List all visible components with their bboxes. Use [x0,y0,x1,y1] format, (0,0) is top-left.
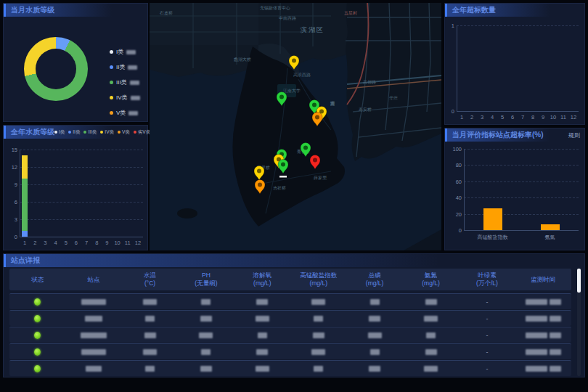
rules-link[interactable]: 规则 [568,131,580,139]
x-tick-label: 1 [20,240,30,246]
y-tick-label: 0 [449,227,462,234]
column-header-状态: 状态 [9,276,65,284]
column-header-总磷: 总磷(mg/L) [346,271,402,287]
panel-year-water-grade-header: 全年水质等级 I类II类III类IV类V类劣V类 [4,126,147,139]
x-axis [464,230,579,231]
legend-item-III类[interactable]: III类 [110,75,144,90]
x-tick-label: 9 [538,114,548,121]
y-tick-label: 12 [4,164,17,171]
table-scrollbar-track[interactable] [577,269,581,376]
table-row[interactable]: - [9,343,571,359]
legend-item-V类[interactable]: V类 [110,105,144,121]
redacted-value [426,332,436,338]
cell-value [178,299,234,305]
year-grade-legend: I类II类III类IV类V类劣V类 [54,129,150,136]
legend-label: V类 [116,109,126,117]
legend-dot [110,96,113,99]
legend-item-V类[interactable]: V类 [118,129,130,136]
legend-label: IV类 [116,94,128,102]
cell-chlorophyll: - [459,365,515,372]
redacted-value [526,332,547,338]
column-header-监测时间: 监测时间 [515,276,571,284]
year-exceed-chart-area[interactable]: 10123456789101112 [445,17,584,126]
y-tick-label: 1 [441,23,454,29]
redacted-value [550,299,561,305]
redacted-value [550,349,561,355]
cell-value [403,349,459,355]
cell-chlorophyll: - [459,298,515,306]
x-tick-label: 11 [558,114,568,121]
redacted-value [550,366,561,372]
redacted-value [311,349,325,355]
panel-title: 站点详报 [11,256,40,266]
table-row[interactable]: - [9,310,571,326]
legend-dot [83,131,86,134]
legend-item-IV类[interactable]: IV类 [110,90,144,105]
x-axis [20,237,143,237]
column-header-溶解氧: 溶解氧(mg/L) [234,271,290,287]
bar-segment-IV类[interactable] [22,155,28,179]
legend-item-II类[interactable]: II类 [68,129,80,136]
table-scrollbar-thumb[interactable] [577,269,581,293]
redacted-value [81,299,106,305]
legend-item-IV类[interactable]: IV类 [100,129,114,136]
bar-高锰酸盐指数[interactable] [483,208,502,230]
gridline-60 [464,181,579,182]
cell-value [234,366,290,372]
donut-chart[interactable] [24,37,88,101]
table-row[interactable]: - [9,360,571,376]
cell-time [515,316,571,322]
legend-item-I类[interactable]: I类 [54,129,65,136]
redacted-value [200,316,212,322]
y-tick-label: 6 [4,199,17,205]
map-canvas[interactable]: 石皮桥无锡新体育中心中南西路滨湖区五星村蠡湖大桥高浪西路江南大学吴都路华庄寿安桥… [150,3,441,250]
legend-item-I类[interactable]: I类 [110,44,144,60]
x-tick-label: 7 [518,114,528,121]
x-tick-label: 8 [91,240,102,246]
redacted-value [145,316,155,322]
cell-value [290,299,346,305]
bar-segment-II类[interactable] [22,231,28,237]
panel-station-table: 站点详报 状态站点水温(°C)PH(无量纲)溶解氧(mg/L)高锰酸盐指数(mg… [3,253,585,377]
panel-title: 当月评价指标站点超标率(%) [452,130,544,140]
map-label: 无锡新体育中心 [260,5,290,11]
cell-chlorophyll: - [459,332,515,339]
gridline-6 [20,202,143,203]
panel-month-water-grade: 当月水质等级 I类II类III类IV类V类劣V类 [3,3,148,122]
year-grade-chart-area[interactable]: 03691215123456789101112 [4,139,147,251]
cell-value [403,316,459,322]
cell-value [234,316,290,322]
redacted-value [200,366,212,372]
redacted-value [314,316,323,322]
cell-value [234,299,290,305]
legend-item-II类[interactable]: II类 [110,60,144,75]
panel-year-exceed-header: 全年超标数量 [445,4,584,17]
x-category-label: 氨氮 [528,234,572,241]
column-header-叶绿素: 叶绿素(万个/L) [459,271,515,287]
month-rate-chart-area[interactable]: 020406080100高锰酸盐指数氨氮 [445,142,584,251]
panel-month-water-grade-header: 当月水质等级 [4,4,147,17]
legend-dot [100,131,103,134]
legend-item-劣V类[interactable]: 劣V类 [134,129,150,136]
y-tick-label: 100 [449,146,462,152]
cell-value [122,332,178,338]
panel-station-table-header: 站点详报 [4,254,584,267]
bar-氨氮[interactable] [541,224,560,230]
redacted-value [370,349,380,355]
redacted-value [144,332,156,338]
panel-title: 当月水质等级 [11,5,54,15]
panel-month-rate: 当月评价指标站点超标率(%) 规则 020406080100高锰酸盐指数氨氮 [444,128,585,250]
y-tick-label: 40 [449,195,462,201]
column-header-高锰酸盐指数: 高锰酸盐指数(mg/L) [290,271,346,287]
y-axis [20,150,20,237]
cell-value [290,316,346,322]
x-tick-label: 11 [123,240,133,246]
table-row[interactable]: - [9,293,571,309]
redacted-value [258,332,267,338]
bar-segment-III类[interactable] [22,179,28,231]
map-label: 吉祥桥 [273,186,286,191]
table-row[interactable]: - [9,327,571,343]
legend-item-III类[interactable]: III类 [83,129,97,136]
cell-status [9,298,65,306]
gridline-100 [464,149,579,150]
